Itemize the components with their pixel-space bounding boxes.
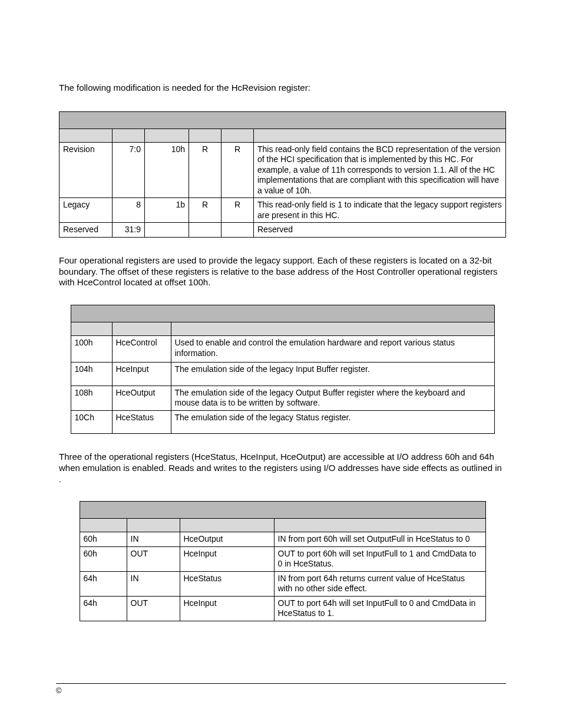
t3-reg: HceInput (180, 546, 274, 571)
t2-offset: 108h (71, 386, 112, 410)
table-row: 10Ch HceStatus The emulation side of the… (71, 410, 494, 434)
t1-bits: 31:9 (113, 223, 145, 238)
t3-addr: 64h (80, 571, 127, 596)
t2-h-reg (112, 322, 171, 336)
t2-h-desc (171, 322, 494, 336)
t3-cyc: OUT (127, 596, 180, 621)
table-row: 104h HceInput The emulation side of the … (71, 363, 494, 386)
t3-band (80, 502, 485, 519)
t3-effect: OUT to port 64h will set InputFull to 0 … (274, 596, 485, 621)
t1-hcd: R (189, 198, 222, 223)
t1-field: Revision (59, 142, 113, 198)
t1-h-bits (113, 129, 145, 142)
t2-reg: HceInput (112, 363, 171, 386)
t2-reg: HceOutput (112, 386, 171, 410)
t3-reg: HceStatus (180, 571, 274, 596)
operational-registers-table: 100h HceControl Used to enable and contr… (71, 305, 495, 434)
t1-hcd (189, 223, 222, 238)
t3-h-addr (80, 519, 127, 532)
table-row: 60h IN HceOutput IN from port 60h will s… (80, 532, 485, 547)
mid2a: Three of the operational registers (HceS… (59, 452, 502, 473)
t3-h-effect (274, 519, 485, 532)
t2-offset: 100h (71, 336, 112, 363)
t1-h-field (59, 129, 113, 142)
t2-offset: 10Ch (71, 410, 112, 434)
intro-text: The following modification is needed for… (59, 83, 506, 94)
t1-field: Legacy (59, 198, 113, 223)
t1-h-desc (254, 129, 506, 142)
t2-desc: Used to enable and control the emulation… (171, 336, 494, 363)
t1-hc (222, 223, 254, 238)
t3-addr: 60h (80, 546, 127, 571)
t1-default: 1b (145, 198, 189, 223)
table-row: 64h OUT HceInput OUT to port 64h will se… (80, 596, 485, 621)
table-row: Revision 7:0 10h R R This read-only fiel… (59, 142, 506, 198)
table-row: Reserved 31:9 Reserved (59, 223, 506, 238)
table-row: 60h OUT HceInput OUT to port 60h will se… (80, 546, 485, 571)
t3-effect: IN from port 60h will set OutputFull in … (274, 532, 485, 547)
page: The following modification is needed for… (0, 0, 562, 728)
mid-text-1: Four operational registers are used to p… (59, 255, 506, 288)
t1-h-hc (222, 129, 254, 142)
t1-hc: R (222, 198, 254, 223)
t2-h-offset (71, 322, 112, 336)
t2-reg: HceStatus (112, 410, 171, 434)
t1-h-hcd (189, 129, 222, 142)
t1-default: 10h (145, 142, 189, 198)
copyright-icon: © (56, 686, 62, 695)
mid-text-2: Three of the operational registers (HceS… (59, 452, 506, 485)
hcrevision-table: Revision 7:0 10h R R This read-only fiel… (59, 111, 506, 238)
table-row: 64h IN HceStatus IN from port 64h return… (80, 571, 485, 596)
t1-h-default (145, 129, 189, 142)
t3-reg: HceInput (180, 596, 274, 621)
t3-addr: 60h (80, 532, 127, 547)
table-row: 108h HceOutput The emulation side of the… (71, 386, 494, 410)
page-footer: © (56, 683, 506, 696)
t3-h-cyc (127, 519, 180, 532)
t3-cyc: OUT (127, 546, 180, 571)
t1-desc: This read-only field contains the BCD re… (254, 142, 506, 198)
t2-desc: The emulation side of the legacy Output … (171, 386, 494, 410)
t1-default (145, 223, 189, 238)
t3-h-reg (180, 519, 274, 532)
t1-bits: 7:0 (113, 142, 145, 198)
t1-desc: This read-only field is 1 to indicate th… (254, 198, 506, 223)
io-side-effects-table: 60h IN HceOutput IN from port 60h will s… (80, 501, 486, 621)
t1-bits: 8 (113, 198, 145, 223)
t3-reg: HceOutput (180, 532, 274, 547)
table-row: Legacy 8 1b R R This read-only field is … (59, 198, 506, 223)
t1-hcd: R (189, 142, 222, 198)
t1-field: Reserved (59, 223, 113, 238)
table-row: 100h HceControl Used to enable and contr… (71, 336, 494, 363)
t2-reg: HceControl (112, 336, 171, 363)
t1-desc: Reserved (254, 223, 506, 238)
t1-band (59, 111, 506, 129)
t2-desc: The emulation side of the legacy Input B… (171, 363, 494, 386)
t2-offset: 104h (71, 363, 112, 386)
t3-effect: OUT to port 60h will set InputFull to 1 … (274, 546, 485, 571)
t3-addr: 64h (80, 596, 127, 621)
t1-hc: R (222, 142, 254, 198)
t2-desc: The emulation side of the legacy Status … (171, 410, 494, 434)
t2-band (71, 305, 494, 322)
t3-cyc: IN (127, 532, 180, 547)
t3-effect: IN from port 64h returns current value o… (274, 571, 485, 596)
mid2b: . (59, 474, 61, 484)
t3-cyc: IN (127, 571, 180, 596)
